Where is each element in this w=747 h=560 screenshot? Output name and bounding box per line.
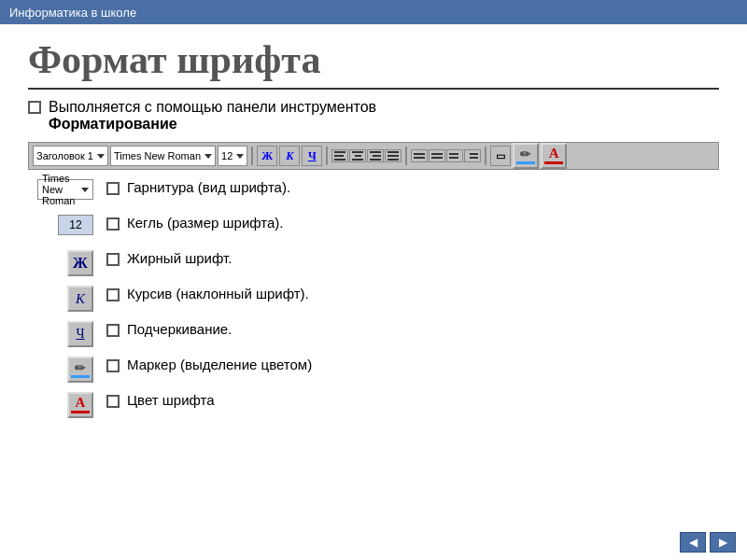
- list-group: [411, 149, 481, 162]
- toolbar-sep2: [326, 147, 328, 165]
- list-item: К Курсив (наклонный шрифт).: [37, 286, 719, 315]
- item-text-cell-6: Цвет шрифта: [106, 392, 215, 408]
- item-icon-cell-4: Ч: [37, 321, 93, 347]
- item-bold-icon[interactable]: Ж: [67, 250, 93, 276]
- list-item: A Цвет шрифта: [37, 392, 719, 422]
- toolbar-strip: Заголовок 1 Times New Roman 12 Ж К Ч: [28, 142, 719, 170]
- item-checkbox-5: [106, 359, 120, 372]
- marker-underbar: [516, 161, 535, 164]
- list-item: 12 Кегль (размер шрифта).: [37, 215, 719, 245]
- item-marker-icon[interactable]: ✏: [67, 357, 93, 383]
- font-color-underbar: [544, 161, 563, 164]
- font-dropdown-arrow-icon: [204, 154, 212, 159]
- font-a-label: A: [549, 147, 559, 161]
- intro-label: Выполняется с помощью панели инструменто…: [49, 99, 376, 133]
- list-item: Ч Подчеркивание.: [37, 321, 719, 351]
- highlight-color-button[interactable]: ▭: [490, 146, 511, 166]
- item-text-cell-1: Кегль (размер шрифта).: [106, 215, 283, 231]
- align-justify-icon[interactable]: [385, 149, 402, 162]
- item-text-cell-2: Жирный шрифт.: [106, 250, 232, 266]
- top-bar: Информатика в школе: [0, 0, 747, 24]
- item-icon-cell-3: К: [37, 286, 93, 312]
- alignment-group: [331, 149, 402, 162]
- intro-text: Выполняется с помощью панели инструменто…: [28, 99, 719, 133]
- next-button[interactable]: ▶: [710, 532, 736, 553]
- marker-pencil-icon2: ✏: [75, 361, 86, 374]
- list-item: Times New Roman Гарнитура (вид шрифта).: [37, 179, 719, 209]
- heading-dropdown[interactable]: Заголовок 1: [33, 146, 108, 166]
- item-checkbox-4: [106, 324, 120, 337]
- increase-indent-icon[interactable]: [464, 149, 481, 162]
- item-icon-cell-2: Ж: [37, 250, 93, 276]
- item-label-6: Цвет шрифта: [127, 392, 215, 408]
- item-label-3: Курсив (наклонный шрифт).: [127, 286, 309, 301]
- main-content: Формат шрифта Выполняется с помощью пане…: [0, 24, 747, 437]
- item-checkbox-1: [106, 217, 120, 231]
- item-label-4: Подчеркивание.: [127, 321, 232, 337]
- italic-button[interactable]: К: [279, 146, 300, 166]
- item-text-cell-5: Маркер (выделение цветом): [106, 357, 312, 372]
- page-title: Формат шрифта: [28, 37, 719, 82]
- font-dropdown-label: Times New Roman: [114, 150, 201, 161]
- item-icon-cell-1: 12: [37, 215, 93, 235]
- item-label-1: Кегль (размер шрифта).: [127, 215, 283, 231]
- item-checkbox-0: [106, 182, 120, 195]
- underline-button[interactable]: Ч: [302, 146, 322, 166]
- top-bar-left-label: Информатика в школе: [9, 6, 136, 20]
- heading-dropdown-label: Заголовок 1: [36, 150, 93, 161]
- item-italic-icon[interactable]: К: [67, 286, 93, 312]
- font-size-box[interactable]: 12: [58, 215, 93, 235]
- numbered-list-icon[interactable]: [411, 149, 428, 162]
- align-right-icon[interactable]: [367, 149, 384, 162]
- font-a-label2: A: [76, 396, 86, 410]
- toolbar-sep1: [251, 147, 253, 165]
- decrease-indent-icon[interactable]: [446, 149, 463, 162]
- list-item: ✏ Маркер (выделение цветом): [37, 357, 719, 386]
- font-name-box[interactable]: Times New Roman: [37, 179, 93, 200]
- marker-pencil-icon: ✏: [520, 147, 531, 161]
- items-area: Times New Roman Гарнитура (вид шрифта). …: [28, 179, 719, 427]
- item-label-0: Гарнитура (вид шрифта).: [127, 179, 290, 195]
- title-divider: [28, 88, 719, 90]
- item-label-5: Маркер (выделение цветом): [127, 357, 312, 372]
- toolbar-sep4: [485, 147, 486, 165]
- size-dropdown-label: 12: [221, 150, 233, 161]
- item-checkbox-3: [106, 288, 120, 301]
- list-item: Ж Жирный шрифт.: [37, 250, 719, 280]
- item-checkbox-2: [106, 253, 120, 266]
- intro-checkbox: [28, 101, 41, 114]
- font-name-box-value: Times New Roman: [42, 173, 76, 206]
- item-icon-cell-0: Times New Roman: [37, 179, 93, 200]
- bold-button[interactable]: Ж: [257, 146, 277, 166]
- size-dropdown-arrow-icon: [236, 154, 244, 159]
- align-center-icon[interactable]: [349, 149, 366, 162]
- bullet-list-icon[interactable]: [429, 149, 445, 162]
- item-icon-cell-6: A: [37, 392, 93, 418]
- item-text-cell-4: Подчеркивание.: [106, 321, 232, 337]
- font-color-button[interactable]: A: [541, 143, 567, 169]
- bottom-nav: ◀ ▶: [680, 532, 736, 553]
- font-name-dropdown-arrow-icon: [81, 188, 89, 192]
- item-text-cell-0: Гарнитура (вид шрифта).: [106, 179, 290, 195]
- item-underline-icon[interactable]: Ч: [67, 321, 93, 347]
- marker-button[interactable]: ✏: [513, 143, 539, 169]
- size-dropdown[interactable]: 12: [218, 146, 247, 166]
- item-font-color-icon[interactable]: A: [67, 392, 93, 418]
- font-dropdown[interactable]: Times New Roman: [110, 146, 216, 166]
- item-icon-cell-5: ✏: [37, 357, 93, 383]
- item-text-cell-3: Курсив (наклонный шрифт).: [106, 286, 309, 301]
- heading-dropdown-arrow-icon: [97, 154, 105, 159]
- font-size-box-value: 12: [69, 218, 81, 231]
- item-checkbox-6: [106, 395, 120, 408]
- align-left-icon[interactable]: [331, 149, 348, 162]
- font-color-underbar2: [71, 411, 90, 413]
- item-label-2: Жирный шрифт.: [127, 250, 232, 266]
- prev-button[interactable]: ◀: [680, 532, 706, 553]
- marker-underbar2: [71, 375, 90, 378]
- toolbar-sep3: [405, 147, 407, 165]
